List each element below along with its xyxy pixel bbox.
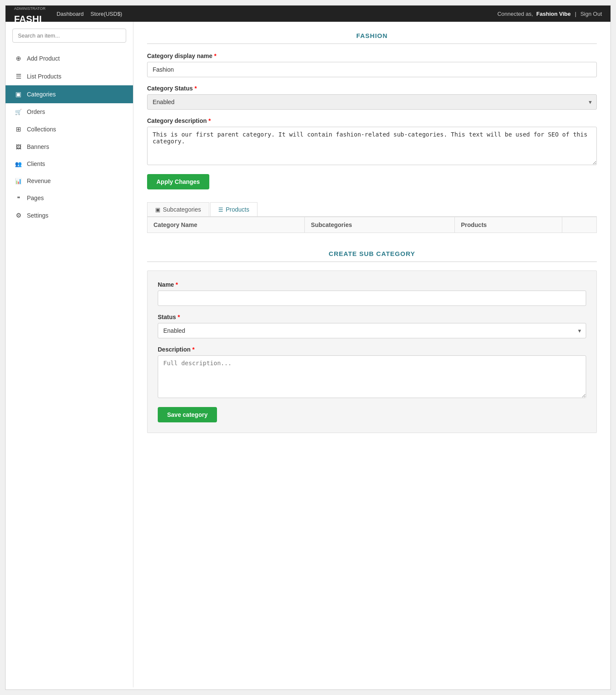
top-bar-right: Connected as, Fashion Vibe | Sign Out — [497, 11, 602, 17]
col-actions — [562, 217, 596, 233]
sidebar-item-categories[interactable]: ▣ Categories — [6, 85, 133, 103]
tabs-nav: ▣ Subcategories ☰ Products — [147, 202, 597, 217]
settings-icon: ⚙ — [14, 212, 23, 219]
table-head: Category Name Subcategories Products — [147, 217, 597, 233]
sidebar-item-banners[interactable]: 🖼 Banners — [6, 138, 133, 155]
top-bar: Administrator Fashi Dashboard Store(USD$… — [6, 6, 610, 22]
sidebar-item-label: Pages — [27, 195, 44, 201]
revenue-icon: 📊 — [14, 178, 23, 184]
category-display-name-label: Category display name * — [147, 52, 597, 59]
sidebar-item-pages[interactable]: ❝ Pages — [6, 189, 133, 206]
sidebar-item-clients[interactable]: 👥 Clients — [6, 155, 133, 172]
sidebar-item-label: Revenue — [27, 177, 51, 184]
category-status-select-wrapper: Enabled Disabled — [147, 94, 597, 110]
products-tab-label: Products — [226, 206, 249, 213]
add-product-icon: ⊕ — [14, 55, 23, 62]
sidebar-item-label: List Products — [27, 73, 61, 80]
category-description-group: Category description * This is our first… — [147, 117, 597, 166]
subcategories-tab-icon: ▣ — [155, 206, 160, 213]
search-input[interactable] — [12, 29, 126, 43]
sidebar-search-wrapper — [12, 29, 126, 43]
admin-label: Administrator — [14, 6, 46, 11]
sub-description-label: Description * — [158, 346, 586, 353]
sub-section-title: CREATE SUB CATEGORY — [147, 250, 597, 262]
apply-changes-button[interactable]: Apply Changes — [147, 174, 209, 189]
sub-status-label: Status * — [158, 314, 586, 320]
sidebar-item-list-products[interactable]: ☰ List Products — [6, 67, 133, 85]
tab-subcategories[interactable]: ▣ Subcategories — [147, 202, 209, 216]
top-nav: Dashboard Store(USD$) — [57, 11, 122, 17]
section-title: FASHION — [147, 32, 597, 44]
sidebar-item-collections[interactable]: ⊞ Collections — [6, 120, 133, 138]
category-status-label: Category Status * — [147, 85, 597, 92]
sidebar-item-label: Collections — [27, 126, 56, 133]
tabs-section: ▣ Subcategories ☰ Products Category Name — [147, 202, 597, 233]
category-display-name-group: Category display name * — [147, 52, 597, 77]
col-products: Products — [455, 217, 562, 233]
nav-store[interactable]: Store(USD$) — [90, 11, 122, 17]
clients-icon: 👥 — [14, 161, 23, 167]
sub-category-section: CREATE SUB CATEGORY Name * — [147, 250, 597, 433]
table-header-row: Category Name Subcategories Products — [147, 217, 597, 233]
sidebar-item-label: Clients — [27, 160, 45, 167]
pages-icon: ❝ — [14, 195, 23, 201]
sub-status-group: Status * Enabled Disabled — [158, 314, 586, 338]
separator: | — [575, 11, 576, 17]
category-status-group: Category Status * Enabled Disabled — [147, 85, 597, 110]
sidebar-item-label: Settings — [27, 212, 49, 219]
sidebar-item-orders[interactable]: 🛒 Orders — [6, 103, 133, 120]
signout-link[interactable]: Sign Out — [580, 11, 602, 17]
category-status-select[interactable]: Enabled Disabled — [147, 94, 597, 110]
sidebar-item-label: Orders — [27, 108, 45, 115]
sub-description-textarea[interactable] — [158, 355, 586, 398]
subcategories-table: Category Name Subcategories Products — [147, 217, 597, 233]
sub-description-group: Description * — [158, 346, 586, 399]
banners-icon: 🖼 — [14, 144, 23, 150]
orders-icon: 🛒 — [14, 109, 23, 115]
sub-name-label: Name * — [158, 281, 586, 288]
category-display-name-input[interactable] — [147, 62, 597, 77]
col-category-name: Category Name — [147, 217, 305, 233]
apply-changes-wrapper: Apply Changes — [147, 174, 597, 189]
sub-status-select[interactable]: Enabled Disabled — [158, 323, 586, 338]
connection-label: Connected as, — [497, 11, 533, 17]
tab-products[interactable]: ☰ Products — [210, 202, 257, 216]
save-category-button[interactable]: Save category — [158, 407, 217, 422]
nav-dashboard[interactable]: Dashboard — [57, 11, 84, 17]
sidebar-item-revenue[interactable]: 📊 Revenue — [6, 172, 133, 189]
username: Fashion Vibe — [536, 11, 571, 17]
sub-status-select-wrapper: Enabled Disabled — [158, 323, 586, 338]
categories-icon: ▣ — [14, 90, 23, 98]
section-header: FASHION — [147, 32, 597, 44]
main-layout: ⊕ Add Product ☰ List Products ▣ Categori… — [6, 22, 610, 687]
sidebar-item-label: Banners — [27, 143, 49, 150]
sub-name-group: Name * — [158, 281, 586, 306]
sidebar-item-add-product[interactable]: ⊕ Add Product — [6, 49, 133, 67]
sidebar-item-label: Categories — [27, 91, 56, 98]
content-area: FASHION Category display name * Category… — [133, 22, 610, 687]
products-tab-icon: ☰ — [218, 206, 223, 213]
sub-category-form: Name * Status * — [147, 270, 597, 433]
sub-section-header: CREATE SUB CATEGORY — [147, 250, 597, 262]
sidebar-item-settings[interactable]: ⚙ Settings — [6, 206, 133, 224]
list-icon: ☰ — [14, 73, 23, 80]
category-description-label: Category description * — [147, 117, 597, 124]
sub-name-input[interactable] — [158, 291, 586, 306]
collections-icon: ⊞ — [14, 125, 23, 133]
sidebar: ⊕ Add Product ☰ List Products ▣ Categori… — [6, 22, 133, 687]
col-subcategories: Subcategories — [305, 217, 455, 233]
save-category-wrapper: Save category — [158, 407, 586, 422]
category-description-textarea[interactable]: This is our first parent category. It wi… — [147, 127, 597, 165]
sidebar-item-label: Add Product — [27, 55, 60, 62]
subcategories-tab-label: Subcategories — [163, 206, 201, 213]
